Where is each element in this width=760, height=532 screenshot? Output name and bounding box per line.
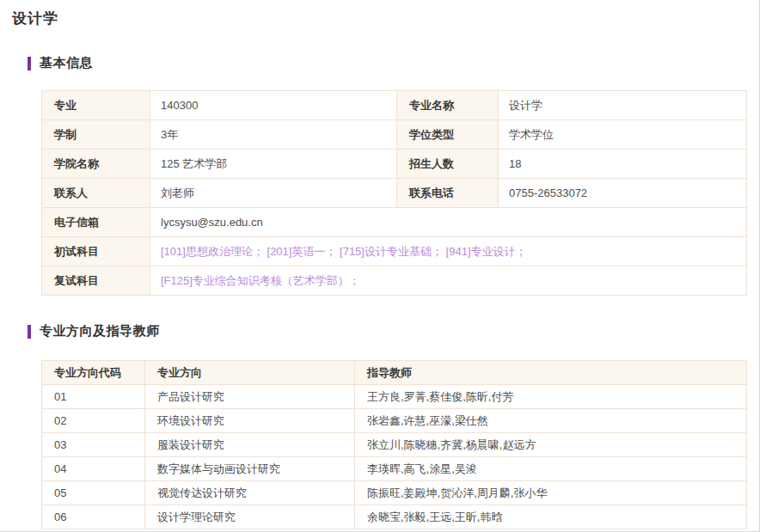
field-value-duration: 3年 <box>150 120 397 150</box>
cell-direction-code: 06 <box>42 505 145 529</box>
cell-direction: 环境设计研究 <box>145 409 355 433</box>
table-row: 联系人 刘老师 联系电话 0755-26533072 <box>42 179 747 208</box>
table-row: 01 产品设计研究 王方良,罗菁,蔡佳俊,陈昕,付芳 <box>42 385 747 409</box>
basic-info-table: 专业 140300 专业名称 设计学 学制 3年 学位类型 学术学位 学院名称 … <box>41 90 747 296</box>
field-value-initial-exam: [101]思想政治理论； [201]英语一； [715]设计专业基础； [941… <box>150 237 747 266</box>
field-label-contact-person: 联系人 <box>42 179 150 208</box>
cell-teachers: 张立川,陈晓穗,齐冀,杨晨啸,赵远方 <box>355 433 747 457</box>
cell-direction-code: 04 <box>42 457 145 481</box>
column-header-direction-code: 专业方向代码 <box>42 361 145 385</box>
cell-direction-code: 01 <box>42 385 145 409</box>
section-title: 专业方向及指导教师 <box>40 323 160 339</box>
field-value-college: 125 艺术学部 <box>150 150 397 179</box>
field-label-major-name: 专业名称 <box>397 91 499 120</box>
field-value-major-name: 设计学 <box>499 91 747 120</box>
field-label-initial-exam: 初试科目 <box>42 237 150 266</box>
cell-teachers: 王方良,罗菁,蔡佳俊,陈昕,付芳 <box>355 385 747 409</box>
cell-teachers: 李瑛晖,高飞,涂星,吴浚 <box>355 457 747 481</box>
field-value-enrollment: 18 <box>499 150 747 179</box>
cell-direction-code: 05 <box>42 481 145 505</box>
section-header-directions: 专业方向及指导教师 <box>28 323 746 339</box>
table-row: 04 数字媒体与动画设计研究 李瑛晖,高飞,涂星,吴浚 <box>42 457 747 481</box>
field-value-contact-person: 刘老师 <box>150 179 397 208</box>
field-value-major-code: 140300 <box>150 91 397 120</box>
table-row: 学院名称 125 艺术学部 招生人数 18 <box>42 150 747 179</box>
cell-teachers: 陈振旺,姜殿坤,贺沁洋,周月麟,张小华 <box>355 481 747 505</box>
field-label-enrollment: 招生人数 <box>397 150 499 179</box>
field-value-email: lycsysu@szu.edu.cn <box>150 208 747 237</box>
cell-direction: 视觉传达设计研究 <box>145 481 355 505</box>
section-header-basic-info: 基本信息 <box>28 55 746 71</box>
table-row: 复试科目 [F125]专业综合知识考核（艺术学部）； <box>42 266 747 296</box>
field-label-degree-type: 学位类型 <box>397 120 499 150</box>
field-label-major-code: 专业 <box>42 91 150 120</box>
field-value-retest-exam: [F125]专业综合知识考核（艺术学部）； <box>150 266 747 296</box>
table-row: 06 设计学理论研究 余晓宝,张毅,王远,王昕,韩晗 <box>42 505 747 529</box>
table-row: 专业 140300 专业名称 设计学 <box>42 91 747 120</box>
field-label-email: 电子信箱 <box>42 208 150 237</box>
table-row: 05 视觉传达设计研究 陈振旺,姜殿坤,贺沁洋,周月麟,张小华 <box>42 481 747 505</box>
cell-teachers: 余晓宝,张毅,王远,王昕,韩晗 <box>355 505 747 529</box>
section-accent-bar <box>28 325 31 339</box>
cell-direction: 产品设计研究 <box>145 385 355 409</box>
table-header-row: 专业方向代码 专业方向 指导教师 <box>42 361 747 385</box>
field-value-phone: 0755-26533072 <box>499 179 747 208</box>
cell-direction-code: 02 <box>42 409 145 433</box>
cell-direction-code: 03 <box>42 433 145 457</box>
program-detail-page: 设计学 基本信息 专业 140300 专业名称 设计学 学制 3年 学位类型 学… <box>0 0 760 532</box>
cell-direction: 数字媒体与动画设计研究 <box>145 457 355 481</box>
column-header-direction: 专业方向 <box>145 361 355 385</box>
cell-direction: 服装设计研究 <box>145 433 355 457</box>
section-accent-bar <box>28 57 31 70</box>
column-header-teachers: 指导教师 <box>355 361 747 385</box>
field-value-degree-type: 学术学位 <box>499 120 747 150</box>
cell-teachers: 张岩鑫,许慧,巫濛,梁仕然 <box>355 409 747 433</box>
field-label-retest-exam: 复试科目 <box>42 266 150 296</box>
directions-table: 专业方向代码 专业方向 指导教师 01 产品设计研究 王方良,罗菁,蔡佳俊,陈昕… <box>41 360 747 529</box>
field-label-college: 学院名称 <box>42 150 150 179</box>
field-label-phone: 联系电话 <box>397 179 499 208</box>
table-row: 电子信箱 lycsysu@szu.edu.cn <box>42 208 747 237</box>
table-row: 03 服装设计研究 张立川,陈晓穗,齐冀,杨晨啸,赵远方 <box>42 433 747 457</box>
page-title: 设计学 <box>12 9 746 28</box>
table-row: 学制 3年 学位类型 学术学位 <box>42 120 747 150</box>
table-row: 初试科目 [101]思想政治理论； [201]英语一； [715]设计专业基础；… <box>42 237 747 266</box>
field-label-duration: 学制 <box>42 120 150 150</box>
section-title: 基本信息 <box>40 55 93 71</box>
table-row: 02 环境设计研究 张岩鑫,许慧,巫濛,梁仕然 <box>42 409 747 433</box>
cell-direction: 设计学理论研究 <box>145 505 355 529</box>
